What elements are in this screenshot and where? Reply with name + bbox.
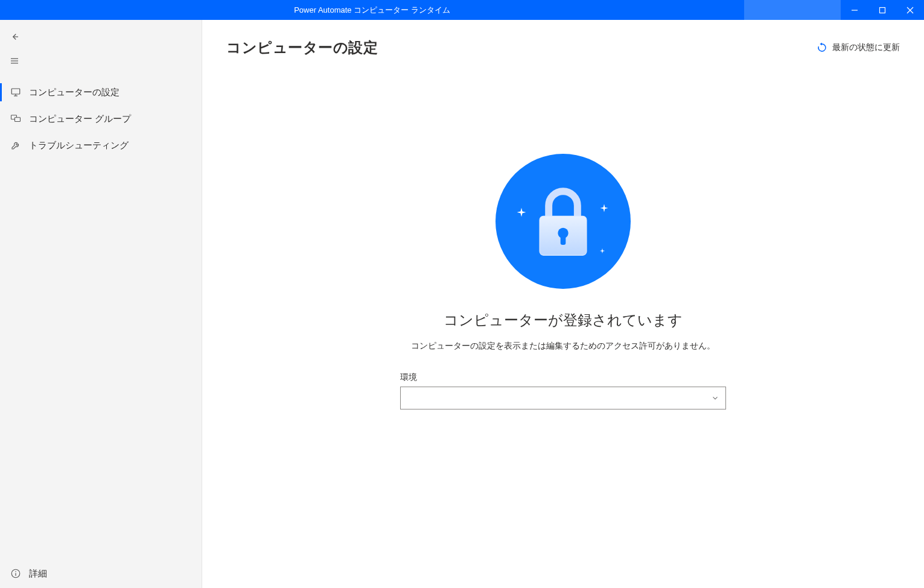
close-icon	[906, 7, 914, 14]
sidebar-item-label: トラブルシューティング	[29, 140, 129, 151]
sidebar-footer-label: 詳細	[29, 568, 47, 580]
monitor-icon	[10, 86, 22, 98]
svg-rect-1	[880, 7, 885, 13]
titlebar: Power Automate コンピューター ランタイム	[0, 0, 924, 20]
refresh-icon	[817, 42, 827, 53]
environment-label: 環境	[400, 372, 726, 383]
sidebar-item-label: コンピューターの設定	[29, 87, 119, 98]
environment-dropdown[interactable]	[400, 387, 726, 409]
refresh-label: 最新の状態に更新	[832, 42, 900, 53]
nav-list: コンピューターの設定 コンピューター グループ トラブルシューティング	[0, 79, 202, 159]
info-icon	[10, 567, 22, 580]
page-title: コンピューターの設定	[226, 38, 378, 57]
sidebar-item-label: コンピューター グループ	[29, 113, 131, 125]
arrow-left-icon	[9, 31, 20, 42]
maximize-button[interactable]	[868, 0, 896, 20]
status-description: コンピューターの設定を表示または編集するためのアクセス許可がありません。	[411, 341, 715, 352]
chevron-down-icon	[711, 394, 719, 402]
lock-illustration	[495, 154, 631, 289]
status-title: コンピューターが登録されています	[444, 311, 683, 330]
hamburger-button[interactable]	[0, 49, 29, 73]
window-title: Power Automate コンピューター ランタイム	[0, 5, 744, 16]
sidebar-item-computer-settings[interactable]: コンピューターの設定	[0, 79, 202, 106]
sidebar: コンピューターの設定 コンピューター グループ トラブルシューティング 詳細	[0, 20, 202, 588]
close-button[interactable]	[896, 0, 924, 20]
hamburger-icon	[9, 55, 20, 66]
sidebar-item-details[interactable]: 詳細	[0, 559, 202, 588]
sidebar-item-computer-groups[interactable]: コンピューター グループ	[0, 106, 202, 132]
sparkle-icon	[599, 203, 609, 213]
minimize-button[interactable]	[841, 0, 868, 20]
sparkle-icon	[599, 248, 605, 254]
sidebar-item-troubleshooting[interactable]: トラブルシューティング	[0, 132, 202, 159]
main-content: コンピューターの設定 最新の状態に更新	[202, 20, 924, 588]
maximize-icon	[879, 7, 886, 14]
sparkle-icon	[516, 207, 527, 218]
minimize-icon	[851, 7, 858, 14]
computer-group-icon	[10, 113, 22, 125]
back-button[interactable]	[0, 25, 29, 49]
wrench-icon	[10, 139, 22, 151]
svg-point-15	[15, 571, 16, 572]
refresh-button[interactable]: 最新の状態に更新	[817, 42, 900, 53]
window-controls	[841, 0, 924, 20]
svg-rect-12	[15, 118, 21, 122]
user-account-area[interactable]	[744, 0, 841, 20]
svg-rect-8	[11, 89, 20, 94]
svg-rect-18	[561, 236, 566, 245]
lock-icon	[528, 182, 598, 261]
